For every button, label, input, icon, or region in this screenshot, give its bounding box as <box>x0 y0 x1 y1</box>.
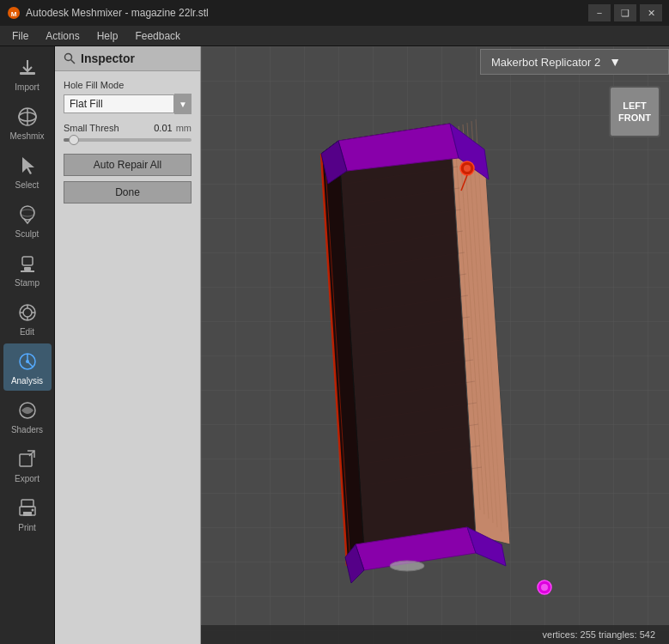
select-icon <box>15 153 40 179</box>
sidebar-label-stamp: Stamp <box>15 278 40 288</box>
sidebar-item-export[interactable]: Export <box>3 441 52 489</box>
makerbot-dropdown[interactable]: Makerbot Replicator 2 ▼ <box>480 49 669 75</box>
menu-feedback[interactable]: Feedback <box>126 26 189 46</box>
sidebar-label-sculpt: Sculpt <box>15 229 40 239</box>
sidebar-label-select: Select <box>15 180 40 190</box>
red-marker-top <box>454 158 480 192</box>
svg-marker-7 <box>22 157 34 174</box>
sidebar-label-print: Print <box>18 523 36 532</box>
cube-left-label: LEFT <box>623 100 647 111</box>
sidebar-item-meshmix[interactable]: Meshmix <box>3 99 52 146</box>
import-icon <box>15 55 40 81</box>
svg-point-66 <box>464 165 471 172</box>
menubar: File Actions Help Feedback <box>0 26 669 46</box>
pink-marker-bottom <box>536 579 553 596</box>
sidebar-label-analysis: Analysis <box>11 376 43 386</box>
app-icon: M <box>7 6 21 20</box>
small-thresh-value: 0.01 <box>143 123 173 133</box>
window-title: Autodesk Meshmixer - magazine 22lr.stl <box>26 7 209 19</box>
svg-rect-24 <box>21 500 33 507</box>
svg-point-64 <box>390 561 424 571</box>
svg-rect-12 <box>21 270 34 272</box>
svg-rect-11 <box>24 267 31 270</box>
svg-rect-26 <box>23 512 32 516</box>
print-icon <box>15 495 40 521</box>
svg-line-29 <box>71 60 76 64</box>
svg-line-67 <box>461 175 467 191</box>
inspector-panel: Inspector Hole Fill Mode Flat Fill Minim… <box>55 46 201 644</box>
inspector-title: Inspector <box>81 52 135 65</box>
svg-point-8 <box>21 206 34 220</box>
analysis-icon <box>15 349 40 374</box>
small-thresh-slider-track[interactable] <box>64 138 192 142</box>
svg-point-14 <box>23 308 32 317</box>
sidebar-label-meshmix: Meshmix <box>9 131 44 141</box>
auto-repair-button[interactable]: Auto Repair All <box>64 154 192 176</box>
sidebar-item-sculpt[interactable]: Sculpt <box>3 197 52 244</box>
shaders-icon <box>15 398 40 423</box>
inspector-body: Hole Fill Mode Flat Fill Minimal Fill Sm… <box>55 71 200 212</box>
viewport[interactable]: Makerbot Replicator 2 ▼ LEFT FRONT <box>201 46 669 644</box>
makerbot-bar: Makerbot Replicator 2 ▼ <box>201 46 669 77</box>
edit-icon <box>15 300 40 325</box>
sidebar-item-analysis[interactable]: Analysis <box>3 343 52 391</box>
fill-mode-select[interactable]: Flat Fill Minimal Fill Smooth Fill <box>64 94 174 113</box>
cube-front-label: FRONT <box>618 112 651 123</box>
sidebar-item-import[interactable]: Import <box>3 50 52 97</box>
titlebar-left: M Autodesk Meshmixer - magazine 22lr.stl <box>7 6 209 20</box>
search-icon <box>64 52 76 64</box>
inspector-header: Inspector <box>55 46 200 71</box>
menu-help[interactable]: Help <box>88 26 127 46</box>
sculpt-icon <box>15 202 40 228</box>
stamp-icon <box>15 251 40 276</box>
menu-actions[interactable]: Actions <box>37 26 88 46</box>
makerbot-label: Makerbot Replicator 2 <box>491 56 600 69</box>
orientation-cube[interactable]: LEFT FRONT <box>609 86 660 137</box>
window-controls: − ❑ ✕ <box>588 4 662 21</box>
titlebar: M Autodesk Meshmixer - magazine 22lr.stl… <box>0 0 669 26</box>
close-button[interactable]: ✕ <box>640 4 662 21</box>
sidebar-item-shaders[interactable]: Shaders <box>3 392 52 440</box>
small-thresh-row: Small Thresh 0.01 mm <box>64 123 192 133</box>
dropdown-arrow-icon[interactable]: ▼ <box>174 94 192 114</box>
svg-point-9 <box>21 210 34 216</box>
meshmix-icon <box>15 104 40 130</box>
sidebar-label-shaders: Shaders <box>11 425 43 434</box>
sidebar-item-edit[interactable]: Edit <box>3 295 52 342</box>
restore-button[interactable]: ❑ <box>614 4 636 21</box>
sidebar: Import Meshmix Select <box>0 46 55 644</box>
main-layout: Import Meshmix Select <box>0 46 669 644</box>
menu-file[interactable]: File <box>3 26 37 46</box>
svg-point-69 <box>541 584 548 591</box>
status-text: vertices: 255 triangles: 542 <box>543 629 655 640</box>
svg-point-28 <box>65 54 72 61</box>
svg-text:M: M <box>11 10 17 18</box>
small-thresh-unit: mm <box>176 123 192 133</box>
done-button[interactable]: Done <box>64 181 192 204</box>
svg-rect-10 <box>22 257 33 265</box>
svg-rect-3 <box>20 72 35 75</box>
slider-thumb[interactable] <box>69 135 79 145</box>
cube-face: LEFT FRONT <box>609 86 660 137</box>
sidebar-label-edit: Edit <box>20 327 34 337</box>
export-icon <box>15 447 40 472</box>
svg-point-27 <box>31 509 33 512</box>
svg-point-20 <box>26 360 29 363</box>
hole-fill-label: Hole Fill Mode <box>64 80 192 90</box>
small-thresh-label: Small Thresh <box>64 123 140 133</box>
fill-mode-dropdown-wrapper: Flat Fill Minimal Fill Smooth Fill ▼ <box>64 94 192 114</box>
sidebar-item-print[interactable]: Print <box>3 490 52 538</box>
makerbot-dropdown-arrow: ▼ <box>609 55 621 69</box>
sidebar-item-select[interactable]: Select <box>3 148 52 195</box>
status-bar: vertices: 255 triangles: 542 <box>201 625 669 644</box>
sidebar-label-export: Export <box>15 474 40 483</box>
minimize-button[interactable]: − <box>588 4 611 21</box>
sidebar-label-import: Import <box>15 82 39 92</box>
sidebar-item-stamp[interactable]: Stamp <box>3 246 52 293</box>
